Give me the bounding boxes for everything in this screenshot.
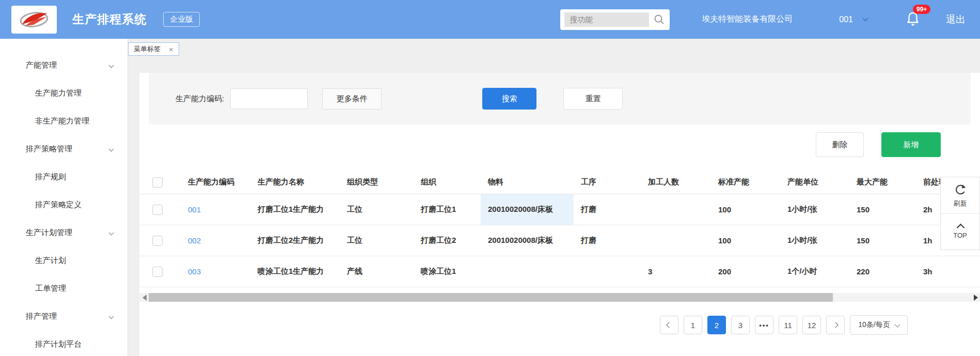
page-button-12[interactable]: 12 [802, 316, 821, 334]
chevron-up-icon [957, 225, 964, 229]
page-button-11[interactable]: 11 [779, 316, 797, 334]
chevron-down-icon [894, 321, 900, 327]
page-button-3[interactable]: 3 [731, 316, 750, 334]
horizontal-scrollbar[interactable] [139, 293, 980, 302]
col-std-capacity: 标准产能 [711, 171, 780, 194]
search-button[interactable]: 搜索 [482, 88, 536, 110]
add-button[interactable]: 新增 [881, 132, 941, 157]
prev-page-button[interactable] [660, 316, 678, 334]
material-cell-highlighted: 20010020008/床板 [481, 194, 574, 225]
scroll-left-arrow-icon[interactable] [143, 295, 147, 301]
user-code: 001 [839, 15, 853, 24]
sidebar-item-scheduling-rules[interactable]: 排产规则 [0, 163, 128, 191]
logout-button[interactable]: 退出 [946, 13, 966, 26]
sidebar-item-nonproduction-capacity[interactable]: 非生产能力管理 [0, 107, 128, 135]
capacity-code-link[interactable]: 001 [181, 194, 250, 225]
company-name: 埃夫特智能装备有限公司 [702, 14, 793, 25]
sidebar-item-work-order-mgmt[interactable]: 工单管理 [0, 274, 128, 302]
app-title: 生产排程系统 [72, 11, 147, 27]
col-capacity-code: 生产能力编码 [181, 171, 250, 194]
row-checkbox[interactable] [152, 205, 163, 215]
table-header-row: 生产能力编码 生产能力名称 组织类型 组织 物料 工序 加工人数 标准产能 产能… [139, 171, 980, 194]
back-to-top-button[interactable]: TOP [941, 213, 979, 250]
refresh-icon [954, 183, 967, 196]
sidebar-item-production-capacity[interactable]: 生产能力管理 [0, 79, 128, 107]
col-workers: 加工人数 [641, 171, 711, 194]
row-checkbox[interactable] [152, 267, 163, 277]
sidebar-group-scheduling-mgmt[interactable]: 排产管理 [0, 302, 128, 330]
chevron-right-icon [832, 322, 838, 328]
sidebar-item-production-plan[interactable]: 生产计划 [0, 246, 128, 274]
page-ellipsis[interactable]: ••• [755, 316, 773, 334]
row-checkbox[interactable] [152, 236, 163, 246]
chevron-icon [109, 230, 114, 235]
notification-count-badge: 99+ [913, 5, 930, 14]
capacity-table: 生产能力编码 生产能力名称 组织类型 组织 物料 工序 加工人数 标准产能 产能… [139, 171, 980, 287]
capacity-code-input[interactable] [230, 88, 308, 109]
company-logo [11, 6, 57, 34]
page-size-select[interactable]: 10条/每页 [850, 315, 908, 335]
table-toolbar: 删除 新增 [139, 132, 980, 157]
chevron-icon [109, 146, 114, 151]
refresh-button[interactable]: 刷新 [941, 177, 979, 213]
col-process: 工序 [574, 171, 641, 194]
sidebar-nav: 产能管理 生产能力管理 非生产能力管理 排产策略管理 排产规则 排产策略定义 生… [0, 39, 128, 356]
reset-button[interactable]: 重置 [563, 88, 623, 110]
edition-badge: 企业版 [163, 12, 200, 27]
capacity-code-link[interactable]: 002 [181, 225, 250, 256]
page-button-2-active[interactable]: 2 [707, 316, 726, 334]
scroll-right-arrow-icon[interactable] [974, 295, 978, 301]
select-all-checkbox[interactable] [152, 177, 163, 188]
logo-swoosh-icon [18, 9, 50, 30]
delete-button[interactable]: 删除 [816, 132, 864, 157]
sidebar-item-strategy-definition[interactable]: 排产策略定义 [0, 191, 128, 219]
main-content: 菜单标签 × 生产能力编码: 更多条件 搜索 重置 删除 新增 [128, 39, 980, 356]
notification-bell[interactable]: 99+ [905, 11, 921, 28]
global-search-box[interactable] [560, 9, 670, 30]
floating-actions-panel: 刷新 TOP [940, 177, 980, 250]
col-capacity-name: 生产能力名称 [250, 171, 340, 194]
table-row: 002 打磨工位2生产能力 工位 打磨工位2 20010020008/床板 打磨… [139, 225, 980, 256]
col-org-type: 组织类型 [340, 171, 414, 194]
col-capacity-unit: 产能单位 [780, 171, 849, 194]
top-header: 生产排程系统 企业版 埃夫特智能装备有限公司 001 99+ 退出 [0, 0, 980, 39]
table-row: 001 打磨工位1生产能力 工位 打磨工位1 20010020008/床板 打磨… [139, 194, 980, 225]
filter-panel: 生产能力编码: 更多条件 搜索 重置 [149, 73, 971, 125]
tab-menu-label[interactable]: 菜单标签 × [128, 42, 179, 56]
sidebar-item-scheduling-platform[interactable]: 排产计划平台 [0, 330, 128, 356]
pagination: 1 2 3 ••• 11 12 10条/每页 [139, 315, 980, 335]
chevron-icon [109, 314, 114, 319]
page-button-1[interactable]: 1 [684, 316, 702, 334]
search-icon[interactable] [653, 13, 666, 26]
chevron-icon [109, 63, 114, 68]
chevron-left-icon [666, 322, 672, 328]
col-max-capacity: 最大产能 [849, 171, 916, 194]
user-menu[interactable]: 001 [839, 15, 867, 24]
col-org: 组织 [414, 171, 481, 194]
col-material: 物料 [481, 171, 574, 194]
sidebar-group-capacity-mgmt[interactable]: 产能管理 [0, 51, 128, 79]
content-card: 生产能力编码: 更多条件 搜索 重置 删除 新增 生产能力编码 生产能力名称 组… [139, 73, 980, 356]
chevron-down-icon [862, 16, 868, 21]
sidebar-group-scheduling-strategy[interactable]: 排产策略管理 [0, 135, 128, 163]
table-row: 003 喷涂工位1生产能力 产线 喷涂工位1 3 200 1个/小时 220 3… [139, 256, 980, 287]
more-conditions-button[interactable]: 更多条件 [322, 88, 382, 110]
tab-bar: 菜单标签 × [128, 39, 980, 64]
scrollbar-thumb[interactable] [149, 293, 833, 302]
capacity-code-label: 生产能力编码: [176, 94, 224, 104]
close-icon[interactable]: × [169, 45, 173, 53]
next-page-button[interactable] [826, 316, 845, 334]
global-search-input[interactable] [564, 12, 649, 27]
sidebar-group-production-plan-mgmt[interactable]: 生产计划管理 [0, 219, 128, 246]
capacity-code-link[interactable]: 003 [181, 256, 250, 287]
